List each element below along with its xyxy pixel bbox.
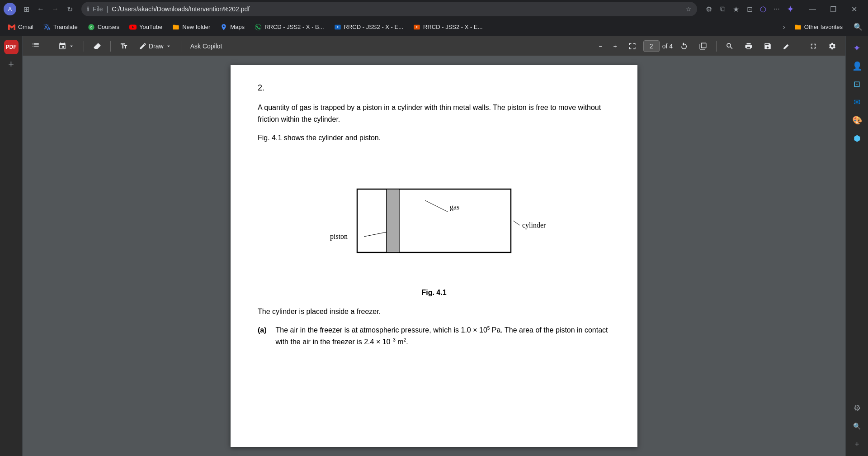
pdf-scroll-area[interactable]: 2. A quantity of gas is trapped by a pis… — [23, 56, 845, 456]
fullscreen-button[interactable] — [806, 40, 821, 52]
pdf-reader-icon[interactable]: PDF — [4, 40, 19, 54]
outline-icon — [32, 42, 40, 50]
bookmark-new-folder[interactable]: New folder — [168, 22, 215, 33]
star-icon[interactable]: ☆ — [686, 5, 692, 13]
svg-text:cylinder: cylinder — [522, 221, 546, 229]
draw-button[interactable]: Draw — [135, 40, 175, 52]
search-pdf-button[interactable] — [722, 40, 737, 52]
forward-icon[interactable]: → — [49, 3, 61, 15]
zoom-in-button[interactable]: + — [609, 41, 620, 52]
bookmark-rrcd1[interactable]: R RRCD - JSS2 - X - E... — [330, 22, 408, 33]
toolbar-divider-1 — [49, 41, 49, 52]
extensions-icon[interactable]: ⚙ — [703, 3, 715, 15]
edit-word-button[interactable] — [779, 40, 794, 52]
pdf-settings-button[interactable] — [825, 40, 840, 52]
edge-collections-icon[interactable]: ⊡ — [849, 76, 865, 92]
bookmarks-more-button[interactable]: › — [779, 21, 788, 33]
textbox-button[interactable] — [116, 40, 132, 52]
paragraph-1: A quantity of gas is trapped by a piston… — [258, 102, 610, 125]
bookmark-other-favorites[interactable]: Other favorites — [790, 22, 847, 33]
two-page-icon — [699, 42, 707, 50]
sub-question-a: (a) The air in the freezer is at atmosph… — [258, 324, 610, 347]
sub-q-text-part1: The air in the freezer is at atmospheric… — [276, 326, 487, 334]
diagram-container: gas cylinder piston — [258, 153, 610, 280]
draw-icon — [139, 42, 147, 50]
reload-icon[interactable]: ↻ — [63, 3, 76, 15]
pdf-settings-icon — [828, 42, 836, 50]
diagram-wrapper: gas cylinder piston — [298, 153, 570, 280]
right-sidebar: ✦ 👤 ⊡ ✉ 🎨 ⬢ ⚙ 🔍 + — [845, 36, 868, 456]
protocol-label: File — [93, 5, 103, 13]
two-page-button[interactable] — [695, 40, 711, 52]
bookmark-gmail-label: Gmail — [18, 24, 33, 30]
split-view-icon[interactable]: ⧉ — [716, 3, 729, 15]
bookmark-rrcd2[interactable]: R RRCD - JSS2 - X - E... — [409, 22, 487, 33]
edge-copilot-icon[interactable]: ✦ — [849, 40, 865, 56]
toolbar-actions: ⚙ ⧉ ★ ⊡ ⬡ ··· ✦ — [703, 3, 797, 15]
svg-rect-7 — [387, 189, 399, 252]
zoom-out-button[interactable]: − — [595, 41, 606, 52]
maximize-button[interactable]: ❐ — [823, 0, 844, 18]
main-layout: PDF + — [0, 36, 868, 456]
add-tab-icon[interactable]: + — [3, 56, 19, 72]
bookmark-translate[interactable]: Translate — [39, 22, 82, 33]
courses-icon: C — [88, 24, 95, 31]
rrcd1-icon: R — [334, 24, 341, 31]
rrcd2-icon: R — [413, 24, 420, 31]
pdf-page: 2. A quantity of gas is trapped by a pis… — [231, 65, 637, 447]
collections-icon[interactable]: ⊡ — [743, 3, 756, 15]
svg-text:piston: piston — [330, 233, 348, 241]
edit-icon — [783, 42, 791, 50]
pdf-toolbar: Draw Ask Copilot − + of — [23, 36, 845, 56]
search-bookmarks-icon[interactable]: 🔍 — [852, 21, 864, 33]
rotate-button[interactable] — [676, 40, 692, 52]
minimize-button[interactable]: — — [802, 0, 823, 18]
close-button[interactable]: ✕ — [844, 0, 864, 18]
erase-button[interactable] — [90, 40, 105, 52]
page-of-label: of 4 — [662, 43, 673, 50]
edge-tools-icon[interactable]: 🎨 — [849, 112, 865, 128]
bookmark-gmail[interactable]: Gmail — [4, 22, 38, 33]
back-icon[interactable]: ← — [34, 3, 47, 15]
outline-button[interactable] — [28, 40, 43, 52]
fit-page-button[interactable] — [624, 40, 640, 52]
edge-extensions-icon[interactable]: ⬢ — [849, 130, 865, 147]
more-options-icon[interactable]: ··· — [770, 3, 783, 15]
paragraph-2: Fig. 4.1 shows the cylinder and piston. — [258, 132, 610, 144]
edge-outlook-icon[interactable]: ✉ — [849, 94, 865, 110]
copilot-icon[interactable]: ✦ — [784, 3, 797, 15]
bookmark-courses[interactable]: C Courses — [83, 22, 124, 33]
ask-copilot-button[interactable]: Ask Copilot — [187, 41, 226, 52]
edge-sidebar-expand-icon[interactable]: + — [849, 436, 865, 452]
highlight-icon — [58, 42, 66, 50]
whatsapp-icon — [255, 24, 262, 31]
edge-bar-icon[interactable]: ⬡ — [757, 3, 769, 15]
edge-profile-icon[interactable]: 👤 — [849, 58, 865, 74]
profile-avatar[interactable]: A — [4, 3, 16, 15]
edge-sidebar-settings-icon[interactable]: ⚙ — [849, 400, 865, 416]
search-pdf-icon — [726, 42, 734, 50]
title-bar: A ⊞ ← → ↻ ℹ File | C:/Users/akach/Downlo… — [0, 0, 868, 18]
left-sidebar: PDF + — [0, 36, 23, 456]
folder-icon — [172, 24, 179, 31]
page-number-input[interactable] — [643, 40, 660, 52]
address-bar[interactable]: ℹ File | C:/Users/akach/Downloads/Interv… — [81, 2, 697, 16]
sidebar-toggle-icon[interactable]: ⊞ — [20, 3, 33, 15]
favorites-icon[interactable]: ★ — [730, 3, 742, 15]
bookmark-whatsapp[interactable]: RRCD - JSS2 - X - B... — [250, 22, 328, 33]
bookmark-youtube[interactable]: YouTube — [125, 22, 167, 33]
bookmark-maps[interactable]: Maps — [216, 22, 249, 33]
save-button[interactable] — [760, 40, 775, 52]
edge-sidebar-search-icon[interactable]: 🔍 — [849, 418, 865, 434]
highlight-button[interactable] — [55, 40, 78, 52]
bookmark-youtube-label: YouTube — [139, 24, 162, 30]
print-button[interactable] — [741, 40, 756, 52]
fig-caption: Fig. 4.1 — [258, 289, 610, 297]
youtube-icon — [129, 24, 137, 31]
page-navigation: of 4 — [643, 40, 673, 52]
toolbar-divider-3 — [110, 41, 111, 52]
bookmark-translate-label: Translate — [53, 24, 78, 30]
fit-page-icon — [628, 42, 636, 50]
other-favorites-icon — [794, 24, 802, 31]
gmail-icon — [8, 24, 15, 31]
